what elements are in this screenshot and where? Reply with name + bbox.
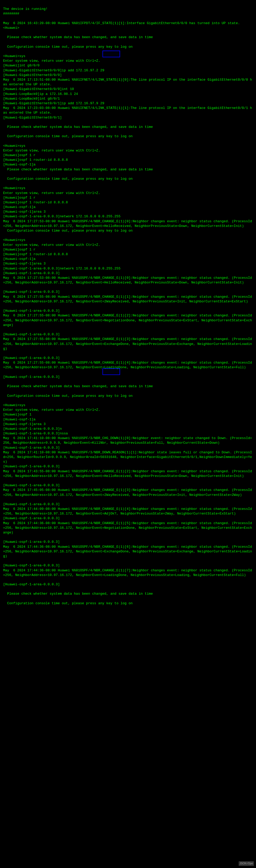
terminal-line: [Huawei]int g0/0/0 bbox=[3, 63, 253, 68]
terminal-line: Enter system view, return user view with… bbox=[3, 243, 253, 247]
terminal-line: May 6 2024 17:41:10-08:00 Huawei %%01OSP… bbox=[3, 450, 253, 464]
terminal-line: May 6 2024 17:27:55-08:00 Huawei %%01OSP… bbox=[3, 313, 253, 328]
terminal-line bbox=[3, 233, 253, 238]
terminal-line: Enter system view, return user view with… bbox=[3, 191, 253, 195]
terminal-line: May 6 2024 17:27:55-08:00 Huawei %%01OSP… bbox=[3, 361, 253, 370]
terminal-line: [Huawei]ospf 1 r bbox=[3, 247, 253, 252]
terminal-line: Configuration console time out, please p… bbox=[3, 177, 253, 181]
terminal-line bbox=[3, 596, 253, 601]
terminal-line bbox=[3, 40, 253, 44]
terminal-line: May 6 2024 17:44:36-08:00 Huawei %%01OSP… bbox=[3, 521, 253, 535]
terminal-line: [Huawei-ospf-1-area-0.0.0.3] bbox=[3, 445, 253, 450]
terminal-line: <Huawei> bbox=[3, 26, 253, 30]
terminal-line: May 6 2024 17:13:51-08:00 Huawei %%01IFN… bbox=[3, 78, 253, 87]
terminal-line: May 6 2024 17:27:55-08:00 Huawei %%01OSP… bbox=[3, 337, 253, 351]
terminal-line: [Huawei-ospf-1-area-0.0.0.3]network 172.… bbox=[3, 214, 253, 219]
terminal-line: [Huawei-ospf-1-area-0.0.0.3] bbox=[3, 563, 253, 568]
terminal-line: [Huawei-ospf-1-area-0.0.0.3] bbox=[3, 582, 253, 587]
terminal-line bbox=[3, 16, 253, 21]
terminal-line: [Huawei-ospf-1-area-0.0.0.3] bbox=[3, 290, 253, 294]
terminal-line: [Huawei-ospf-1]a bbox=[3, 162, 253, 167]
terminal-line: [Huawei-GigabitEthernet0/0/0]int 10 bbox=[3, 87, 253, 92]
terminal-line: [Huawei-ospf-1]a bbox=[3, 257, 253, 261]
terminal-line: <Huawei>sys bbox=[3, 238, 253, 243]
terminal-line bbox=[3, 559, 253, 563]
terminal-line: [Huawei-ospf-1-area-0.0.0.3] bbox=[3, 464, 253, 469]
terminal-line: May 6 2024 17:27:53-08:00 Huawei %%01OSP… bbox=[3, 276, 253, 285]
terminal-line: [Huawei-ospf-1]a bbox=[3, 417, 253, 422]
terminal-line: [Huawei-GigabitEthernet0/0/1] bbox=[3, 115, 253, 120]
terminal-line: [Huawei]ospf 1 r bbox=[3, 195, 253, 200]
terminal-line: [Huawei-GigabitEthernet0/0/0]ip add 172.… bbox=[3, 68, 253, 73]
terminal-line: Configuration console time out, please p… bbox=[3, 394, 253, 398]
terminal-line: [Huawei-ospf-1-area-0.0.0.3] bbox=[3, 375, 253, 379]
terminal-line: <Huawei>sys bbox=[3, 403, 253, 408]
terminal-line: [Huawei-ospf-1-area-0.0.0.3]network 172.… bbox=[3, 266, 253, 271]
terminal-line: [Huawei-LoopBack0]ip a 172.16.98.1 24 bbox=[3, 92, 253, 96]
terminal-line: May 6 2024 17:43:55-08:00 Huawei %%01OSP… bbox=[3, 469, 253, 478]
terminal-line: [Huawei-ospf-1-area-0.0.0.3] bbox=[3, 356, 253, 361]
terminal-line: Configuration console time out, please p… bbox=[3, 134, 253, 139]
terminal-line bbox=[3, 578, 253, 582]
terminal-line bbox=[3, 120, 253, 125]
terminal-line bbox=[3, 379, 253, 384]
terminal-line: [Huawei-ospf-1]area 3 bbox=[3, 422, 253, 427]
terminal-line: [Huawei-ospf-1]a bbox=[3, 205, 253, 210]
terminal-line: Please check whether system data has bee… bbox=[3, 592, 253, 596]
terminal-line bbox=[3, 587, 253, 592]
terminal-line: [Huawei-ospf-1-area-0.0.0.3] bbox=[3, 332, 253, 337]
terminal-line bbox=[3, 172, 253, 177]
terminal-line: May 6 2024 17:44:09-08:00 Huawei %%01OSP… bbox=[3, 507, 253, 516]
terminal-line bbox=[3, 351, 253, 356]
terminal-line: [Huawei-LoopBack0]int g0/0/1 bbox=[3, 96, 253, 101]
terminal-line: Please check whether system data has bee… bbox=[3, 384, 253, 389]
terminal-line: <Huawei>sys bbox=[3, 54, 253, 59]
terminal-line: Enter system view, return user view with… bbox=[3, 408, 253, 412]
terminal-line bbox=[3, 328, 253, 332]
terminal-line bbox=[3, 30, 253, 35]
terminal-line: [Huawei-ospf-1]area 3 bbox=[3, 261, 253, 266]
terminal-line: May 6 2024 17:41:10-08:00 Huawei %%01OSP… bbox=[3, 436, 253, 445]
terminal-line: [Huawei-ospf-1-area-0.0.0.3] bbox=[3, 309, 253, 313]
terminal-line bbox=[3, 497, 253, 502]
terminal-line: [Huawei-ospf-1-area-0.0.0.3] bbox=[3, 516, 253, 521]
terminal-line: [Huawei-ospf-1-area-0.0.0.3] bbox=[3, 271, 253, 276]
terminal-line: Configuration console time out, please p… bbox=[3, 44, 253, 49]
terminal-line bbox=[3, 49, 253, 54]
terminal-line: Configuration console time out, please p… bbox=[3, 228, 253, 233]
terminal-line: [Huawei]ospf 1 router-id 8.8.8.8 bbox=[3, 252, 253, 257]
terminal-line: Please check whether system data has bee… bbox=[3, 167, 253, 172]
terminal-output: The device is running!######## May 6 202… bbox=[3, 2, 253, 606]
terminal-line: May 6 2024 17:27:55-08:00 Huawei %%01OSP… bbox=[3, 294, 253, 304]
terminal-line: [Huawei-ospf-1-area-0.0.0.3] bbox=[3, 540, 253, 544]
terminal-line: [Huawei-GigabitEthernet0/0/0] bbox=[3, 73, 253, 78]
terminal-line bbox=[3, 139, 253, 144]
terminal-line: [Huawei-ospf-1-area-0.0.0.3]nssa bbox=[3, 431, 253, 436]
terminal-line: May 6 2024 17:23:03-08:00 Huawei %%01IFN… bbox=[3, 106, 253, 115]
terminal-line: [Huawei-ospf-1-area-0.0.0.3]n bbox=[3, 427, 253, 431]
terminal-line: May 6 2024 17:45:05-08:00 Huawei %%01OSP… bbox=[3, 488, 253, 497]
terminal-line bbox=[3, 129, 253, 134]
terminal-line: [Huawei]ospf 1 r bbox=[3, 153, 253, 158]
terminal-line: May 6 2024 17:44:36-08:00 Huawei %%01OSP… bbox=[3, 545, 253, 559]
terminal-line: Please check whether system data has bee… bbox=[3, 125, 253, 129]
terminal-line bbox=[3, 285, 253, 290]
terminal-line bbox=[3, 181, 253, 186]
terminal-line: <Huawei>sys bbox=[3, 144, 253, 148]
terminal-line: The device is running! bbox=[3, 7, 253, 11]
terminal-line: <Huawei>sys bbox=[3, 186, 253, 191]
terminal-line bbox=[3, 535, 253, 540]
terminal-line: [Huawei]ospf 1 bbox=[3, 412, 253, 417]
terminal-line bbox=[3, 389, 253, 394]
terminal-line: Please check whether system data has bee… bbox=[3, 35, 253, 40]
terminal-line bbox=[3, 304, 253, 309]
terminal-line: [Huawei-ospf-1-area-0.0.0.3] bbox=[3, 502, 253, 507]
terminal-line bbox=[3, 398, 253, 403]
terminal-line: Enter system view, return user view with… bbox=[3, 59, 253, 63]
terminal-line bbox=[3, 478, 253, 483]
terminal-line: Enter system view, return user view with… bbox=[3, 148, 253, 153]
terminal-line: Configuration console time out, please p… bbox=[3, 601, 253, 606]
terminal-line: May 6 2024 16:43:20-08:00 Huawei %%01IFP… bbox=[3, 21, 253, 26]
terminal-line bbox=[3, 370, 253, 375]
terminal-line: [Huawei-GigabitEthernet0/0/1]ip add 172.… bbox=[3, 101, 253, 106]
